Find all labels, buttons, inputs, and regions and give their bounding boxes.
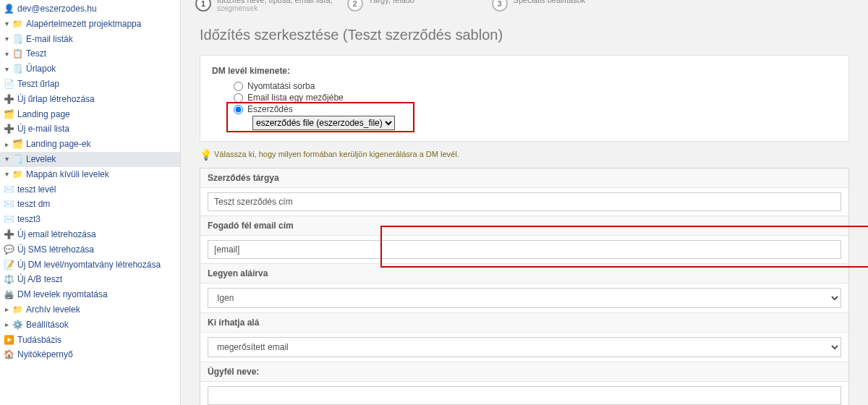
- landing-page-label: Landing page: [17, 108, 70, 121]
- dm-output-panel: DM levél kimenete: Nyomtatási sorba Emai…: [200, 55, 849, 142]
- row-clientname: Ügyfél neve:: [200, 362, 848, 405]
- radio-email-field-input[interactable]: [234, 93, 243, 103]
- gear-icon: ⚙️: [12, 320, 23, 330]
- beallitasok-label: Beállítások: [26, 319, 69, 331]
- wizard-step-3[interactable]: 3 Speciális beállítások: [492, 0, 622, 12]
- account-node[interactable]: 👤 dev@eszerzodes.hu: [0, 1, 180, 17]
- print-icon: 🖨️: [3, 290, 14, 300]
- item-uj-email-lista[interactable]: ➕ Új e-mail lista: [0, 122, 180, 137]
- item-uj-dm[interactable]: 📝 Új DM levél/nyomtatvány létrehozása: [0, 257, 180, 273]
- step-circle: 3: [492, 0, 508, 12]
- clientname-label: Ügyfél neve:: [200, 362, 848, 382]
- radio-print-queue-label: Nyomtatási sorba: [247, 81, 315, 91]
- uj-dm-label: Új DM levél/nyomtatvány létrehozása: [17, 259, 161, 271]
- folder-root[interactable]: ▾ 📁 Alapértelmezett projektmappa: [0, 17, 180, 32]
- subject-input[interactable]: [208, 192, 841, 211]
- archiv-label: Archív levelek: [26, 304, 80, 316]
- email-lists-label: E-mail listák: [26, 33, 73, 46]
- mail-icon: ✉️: [3, 215, 14, 225]
- toggle-icon: ▸: [3, 304, 10, 315]
- item-dm-nyomtatasa[interactable]: 🖨️ DM levelek nyomtatása: [0, 287, 180, 302]
- radio-eszerzodes-input[interactable]: [234, 105, 243, 114]
- radio-email-field[interactable]: Email lista egy mezőjébe: [234, 92, 837, 103]
- lightbulb-icon: 💡: [200, 149, 210, 159]
- mappan-kivuli-label: Mappán kívüli levelek: [26, 169, 109, 181]
- row-subject: Szerződés tárgya: [200, 169, 848, 216]
- folder-landing-pages[interactable]: ▸ 🗂️ Landing page-ek: [0, 137, 180, 152]
- home-icon: 🏠: [3, 350, 14, 360]
- folder-mappan-kivuli[interactable]: ▾ 📁 Mappán kívüli levelek: [0, 167, 180, 182]
- item-landing-page[interactable]: 🗂️ Landing page: [0, 107, 180, 122]
- folder-email-lists[interactable]: ▾ 🗒️ E-mail listák: [0, 32, 180, 47]
- item-uj-email[interactable]: ➕ Új email létrehozása: [0, 227, 180, 242]
- folder-levelek[interactable]: ▾ 🗒️ Levelek: [0, 152, 180, 167]
- recipient-label: Fogadó fél email cím: [200, 216, 848, 236]
- teszt-label: Teszt: [26, 48, 46, 60]
- folder-archiv[interactable]: ▸ 📁 Archív levelek: [0, 302, 180, 317]
- toggle-icon: ▾: [3, 169, 10, 179]
- item-teszt-level[interactable]: ✉️ teszt levél: [0, 182, 180, 197]
- item-uj-sms[interactable]: 💬 Új SMS létrehozása: [0, 242, 180, 257]
- tudasbazis-label: Tudásbázis: [17, 334, 61, 346]
- radio-email-field-label: Email lista egy mezőjébe: [247, 93, 344, 103]
- signed-label: Legyen aláírva: [200, 264, 848, 284]
- step-circle: 2: [347, 0, 363, 12]
- recipient-input[interactable]: [208, 240, 841, 259]
- uj-email-lista-label: Új e-mail lista: [17, 123, 69, 135]
- landing-icon: 🗂️: [3, 109, 14, 119]
- item-tudasbazis[interactable]: ▶️ Tudásbázis: [0, 333, 180, 348]
- page-title: Időzítés szerkesztése (Teszt szerződés s…: [181, 12, 868, 55]
- folder-red-icon: 📋: [12, 49, 23, 59]
- form-icon: 📄: [3, 79, 14, 89]
- teszt-urlap-label: Teszt űrlap: [17, 78, 59, 90]
- list-icon: 🗒️: [12, 34, 23, 44]
- toggle-icon: ▾: [3, 154, 10, 164]
- levelek-label: Levelek: [26, 153, 56, 166]
- item-teszt-urlap[interactable]: 📄 Teszt űrlap: [0, 77, 180, 92]
- dm-output-label: DM levél kimenete:: [212, 66, 837, 76]
- teszt-level-label: teszt levél: [17, 184, 56, 196]
- subject-label: Szerződés tárgya: [200, 169, 848, 188]
- radio-print-queue-input[interactable]: [234, 82, 243, 91]
- contract-form: Szerződés tárgya Fogadó fél email cím Le…: [200, 168, 849, 405]
- account-label: dev@eszerzodes.hu: [17, 3, 97, 15]
- uj-ab-label: Új A/B teszt: [17, 273, 62, 286]
- item-nyitokepernyo[interactable]: 🏠 Nyitóképernyő: [0, 347, 180, 362]
- play-icon: ▶️: [3, 335, 14, 345]
- radio-eszerzodes[interactable]: Eszerződés: [234, 103, 837, 115]
- signer-label: Ki írhatja alá: [200, 313, 848, 333]
- dm-hint-text: Válassza ki, hogy milyen formában kerülj…: [214, 150, 459, 158]
- wizard-step-1[interactable]: 1 Időzítés neve, típusa, email lista, sz…: [195, 0, 333, 12]
- folder-urlapok[interactable]: ▾ 🗒️ Űrlapok: [0, 61, 180, 77]
- urlapok-label: Űrlapok: [26, 63, 56, 75]
- row-signed: Legyen aláírva Igen: [200, 263, 848, 312]
- toggle-icon: ▾: [3, 64, 10, 74]
- landing-pages-label: Landing page-ek: [26, 138, 90, 150]
- teszt3-label: teszt3: [17, 213, 41, 226]
- dm-hint: 💡 Válassza ki, hogy milyen formában kerü…: [200, 149, 849, 159]
- wizard-steps: 1 Időzítés neve, típusa, email lista, sz…: [181, 0, 868, 12]
- dm-nyomtatasa-label: DM levelek nyomtatása: [17, 289, 108, 301]
- teszt-dm-label: teszt dm: [17, 198, 50, 210]
- item-teszt-dm[interactable]: ✉️ teszt dm: [0, 197, 180, 212]
- item-uj-ab[interactable]: ⚖️ Új A/B teszt: [0, 272, 180, 287]
- wizard-step-2[interactable]: 2 Tárgy, feladó: [347, 0, 477, 12]
- step3-line1: Speciális beállítások: [514, 0, 586, 4]
- clientname-input[interactable]: [208, 386, 841, 405]
- radio-print-queue[interactable]: Nyomtatási sorba: [234, 80, 837, 92]
- toggle-icon: ▾: [3, 34, 10, 44]
- step-circle: 1: [195, 0, 211, 12]
- row-signer: Ki írhatja alá megerősített email: [200, 312, 848, 362]
- signed-select[interactable]: Igen: [208, 288, 841, 308]
- folder-icon: 📁: [12, 169, 23, 179]
- eszerzodes-file-select[interactable]: eszerződés file (eszerzodes_file): [252, 116, 395, 130]
- mail-icon: ✉️: [3, 184, 14, 195]
- folder-teszt[interactable]: ▾ 📋 Teszt: [0, 46, 180, 61]
- signer-select[interactable]: megerősített email: [208, 337, 841, 357]
- step1-line2: szegmensek: [217, 4, 333, 12]
- forms-icon: 🗒️: [12, 64, 23, 74]
- folder-icon: 📁: [12, 19, 23, 29]
- item-uj-urlap[interactable]: ➕ Új űrlap létrehozása: [0, 92, 180, 107]
- item-teszt3[interactable]: ✉️ teszt3: [0, 212, 180, 227]
- item-beallitasok[interactable]: ▸ ⚙️ Beállítások: [0, 317, 180, 333]
